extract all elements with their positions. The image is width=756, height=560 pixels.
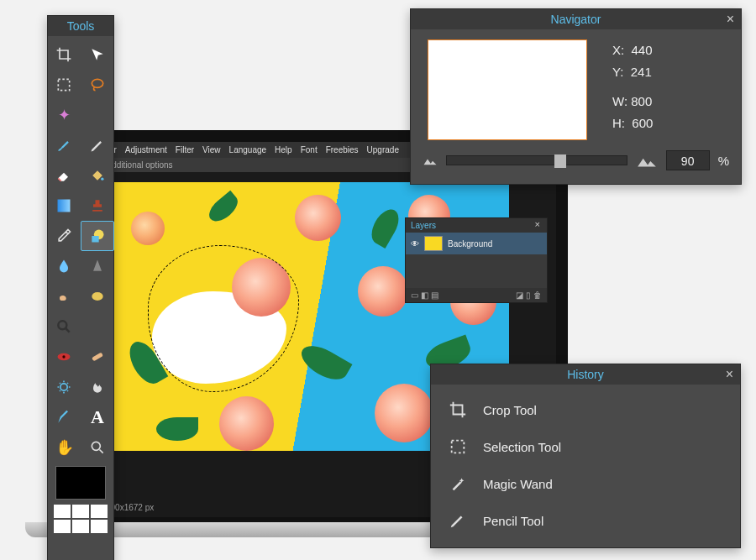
svg-point-1 xyxy=(92,79,102,87)
svg-rect-0 xyxy=(58,79,69,90)
layer-icons-right[interactable]: ◪ ▯ 🗑 xyxy=(516,290,542,300)
crop-icon xyxy=(448,400,468,420)
zoom-in-icon[interactable] xyxy=(636,152,658,169)
svg-point-9 xyxy=(62,355,65,358)
brush-tool[interactable] xyxy=(47,130,81,160)
zoom-value-input[interactable]: 90 xyxy=(666,150,710,170)
svg-point-11 xyxy=(60,384,67,390)
menu-item[interactable]: Freebies xyxy=(326,145,359,154)
history-item-crop[interactable]: Crop Tool xyxy=(431,391,740,428)
pen-tool[interactable] xyxy=(47,402,81,432)
zoom-out-icon[interactable] xyxy=(423,154,438,166)
visibility-icon[interactable]: 👁 xyxy=(411,239,419,249)
move-tool[interactable] xyxy=(81,39,114,70)
svg-point-2 xyxy=(101,178,103,181)
zoom-percent-label: % xyxy=(718,154,729,168)
selection-icon xyxy=(448,437,468,457)
history-item-label: Selection Tool xyxy=(483,440,561,454)
pencil-icon xyxy=(448,510,468,531)
lasso-tool[interactable] xyxy=(81,70,114,100)
text-tool[interactable]: A xyxy=(81,402,114,432)
svg-rect-3 xyxy=(58,200,71,212)
zoom-tool[interactable] xyxy=(47,311,81,342)
panel-title: Tools xyxy=(48,16,113,36)
menu-item[interactable]: Adjustment xyxy=(125,145,167,154)
burn-tool[interactable] xyxy=(81,372,114,402)
selection-tool[interactable] xyxy=(47,70,81,100)
eyedropper-tool[interactable] xyxy=(47,221,81,251)
menu-item[interactable]: Language xyxy=(229,145,267,154)
history-item-label: Magic Wand xyxy=(483,477,553,491)
svg-rect-13 xyxy=(452,441,465,453)
layers-panel[interactable]: Layers × 👁 Background ▭ ◧ ▤ ◪ ▯ 🗑 xyxy=(405,217,548,303)
zoom-slider[interactable] xyxy=(446,155,627,165)
close-icon[interactable]: × xyxy=(727,12,734,27)
layer-row[interactable]: 👁 Background xyxy=(406,233,547,254)
history-item-label: Pencil Tool xyxy=(483,514,543,528)
spacer xyxy=(81,100,114,130)
menu-item[interactable]: Font xyxy=(301,145,318,154)
layer-icons-left[interactable]: ▭ ◧ ▤ xyxy=(411,290,438,300)
history-panel: History × Crop Tool Selection Tool Magic… xyxy=(430,364,741,548)
swatch-grid[interactable] xyxy=(48,505,113,533)
redeye-tool[interactable] xyxy=(47,342,81,372)
history-item-pencil[interactable]: Pencil Tool xyxy=(431,502,740,539)
layer-thumbnail xyxy=(424,236,443,251)
menu-item[interactable]: View xyxy=(202,145,221,154)
layers-title: Layers xyxy=(411,221,436,230)
tools-panel: Tools ✦ A ✋ xyxy=(47,15,114,560)
eraser-tool[interactable] xyxy=(47,160,81,191)
gradient-tool[interactable] xyxy=(47,191,81,221)
close-icon[interactable]: × xyxy=(535,219,540,229)
menu-item[interactable]: Filter xyxy=(176,145,194,154)
crop-tool[interactable] xyxy=(47,39,81,70)
zoom-tool-2[interactable] xyxy=(81,432,114,463)
panel-title: Navigator xyxy=(551,13,601,26)
shape-tool[interactable] xyxy=(81,221,114,251)
history-item-wand[interactable]: Magic Wand xyxy=(431,465,740,502)
bucket-tool[interactable] xyxy=(81,160,114,191)
dodge-tool[interactable] xyxy=(47,372,81,402)
history-item-selection[interactable]: Selection Tool xyxy=(431,428,740,465)
hand-tool[interactable]: ✋ xyxy=(47,432,81,463)
svg-rect-10 xyxy=(92,353,103,362)
smudge-tool[interactable] xyxy=(47,281,81,311)
close-icon[interactable]: × xyxy=(726,367,733,382)
wand-tool[interactable]: ✦ xyxy=(47,100,81,130)
history-item-label: Crop Tool xyxy=(483,403,537,417)
navigator-panel: Navigator × X: 440 Y: 241 W: 800 H: 600 … xyxy=(410,8,742,185)
svg-point-12 xyxy=(92,442,100,450)
heal-tool[interactable] xyxy=(81,342,114,372)
layer-name: Background xyxy=(448,239,492,249)
sharpen-tool[interactable] xyxy=(81,251,114,281)
pencil-tool[interactable] xyxy=(81,130,114,160)
sponge-tool[interactable] xyxy=(81,281,114,311)
spacer2 xyxy=(81,311,114,342)
menu-item[interactable]: Upgrade xyxy=(367,145,399,154)
navigator-coordinates: X: 440 Y: 241 W: 800 H: 600 xyxy=(612,39,653,133)
svg-point-7 xyxy=(58,321,66,329)
svg-rect-5 xyxy=(92,236,98,243)
wand-icon xyxy=(448,474,468,494)
blur-tool[interactable] xyxy=(47,251,81,281)
panel-title: History xyxy=(567,368,604,381)
color-swatch[interactable] xyxy=(55,466,106,500)
menu-item[interactable]: Help xyxy=(275,145,292,154)
svg-point-6 xyxy=(92,292,102,301)
navigator-preview[interactable] xyxy=(428,39,587,140)
stamp-tool[interactable] xyxy=(81,191,114,221)
